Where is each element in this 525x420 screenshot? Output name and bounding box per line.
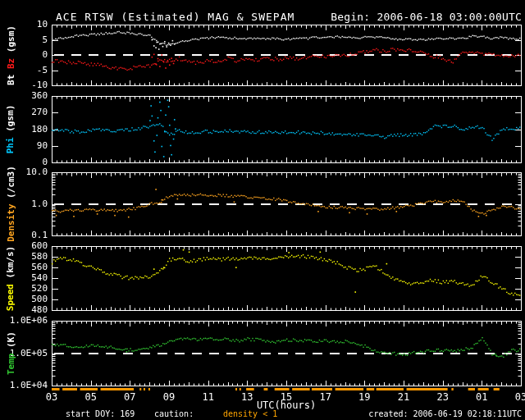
footer-created-timestamp: created: 2006-06-19 02:18:11UTC xyxy=(368,409,522,418)
begin-timestamp: Begin: 2006-06-18 03:00:00UTC xyxy=(331,11,522,23)
plot-title: ACE RTSW (Estimated) MAG & SWEPAM xyxy=(56,11,294,23)
footer-start-doy: start DOY: 169 xyxy=(66,409,135,418)
ace-rtsw-plot: ACE RTSW (Estimated) MAG & SWEPAM Begin:… xyxy=(0,0,525,420)
footer-caution-label: caution: xyxy=(154,409,194,418)
footer-caution-value: density < 1 xyxy=(223,409,277,418)
chart-canvas xyxy=(0,0,525,420)
